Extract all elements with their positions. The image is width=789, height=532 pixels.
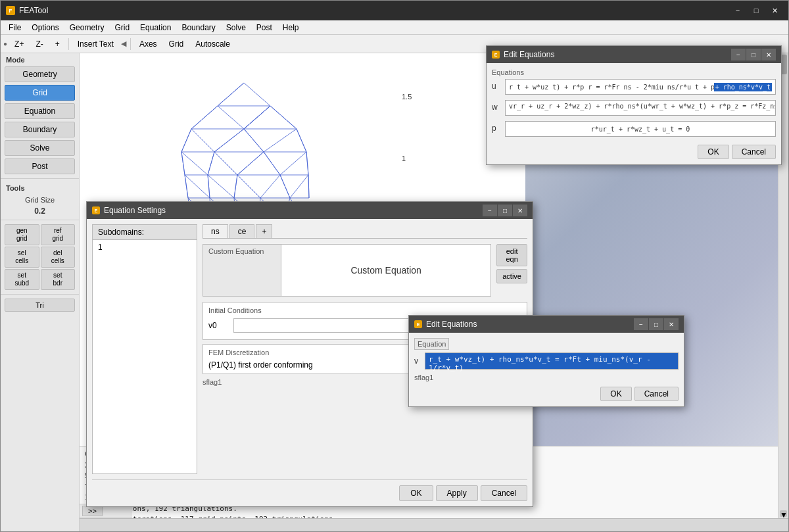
edit-eqn-2-title: Edit Equations: [426, 320, 477, 329]
eq-field-w[interactable]: vr_r + uz_r + 2*wz_z) + r*rho_ns*(u*wr_t…: [505, 100, 776, 116]
grid-button[interactable]: Grid: [164, 37, 189, 51]
sel-cells-button[interactable]: selcells: [5, 247, 39, 268]
eq-settings-maximize[interactable]: □: [498, 205, 512, 216]
edit-eqn-1-title-left: E Edit Equations: [492, 50, 554, 59]
svg-line-15: [264, 129, 297, 152]
eq-tabs: ns ce +: [203, 224, 527, 239]
insert-text-button[interactable]: Insert Text: [73, 37, 118, 51]
edit-eqn-button[interactable]: editeqn: [496, 244, 527, 266]
eq-w-text: vr_r + uz_r + 2*wz_z) + r*rho_ns*(u*wr_t…: [509, 103, 776, 110]
svg-line-65: [181, 129, 191, 152]
ic-label: Initial Conditions: [208, 306, 521, 314]
close-button[interactable]: ✕: [766, 3, 783, 18]
eq-settings-ok[interactable]: OK: [399, 485, 433, 501]
grid-size-value: 0.2: [1, 205, 79, 217]
sidebar-item-equation[interactable]: Equation: [5, 103, 75, 119]
edit-eqn-1-minimize[interactable]: −: [731, 49, 746, 60]
y-axis-1.0: 1: [402, 155, 412, 162]
edit-equations-dialog-1: E Edit Equations − □ ✕ Equations u r_t +…: [486, 45, 782, 165]
edit-eqn-2-maximize[interactable]: □: [649, 318, 663, 330]
sidebar-item-solve[interactable]: Solve: [5, 140, 75, 156]
toolbar-indicator: ●: [3, 40, 7, 47]
del-cells-button[interactable]: delcells: [41, 247, 76, 268]
eq-field-u[interactable]: r_t + w*uz_t) + r*p_r = r*Fr_ns - 2*miu_…: [505, 79, 776, 95]
eq-buttons-2: OK Cancel: [414, 387, 679, 401]
tri-button[interactable]: Tri: [5, 299, 75, 312]
edit-eqn-1-cancel[interactable]: Cancel: [732, 145, 776, 159]
zoom-in-button[interactable]: Z+: [10, 37, 28, 51]
maximize-button[interactable]: □: [748, 3, 765, 18]
autoscale-button[interactable]: Autoscale: [191, 37, 235, 51]
set-bdr-button[interactable]: setbdr: [41, 269, 76, 290]
menu-geometry[interactable]: Geometry: [64, 22, 110, 34]
eq-settings-close[interactable]: ✕: [513, 205, 527, 216]
svg-line-75: [185, 175, 188, 198]
edit-eqn-1-title-bar: E Edit Equations − □ ✕: [487, 46, 781, 63]
menu-file[interactable]: File: [3, 22, 26, 34]
svg-line-10: [191, 129, 214, 152]
svg-line-63: [244, 106, 270, 129]
minimize-button[interactable]: −: [729, 3, 746, 18]
menu-help[interactable]: Help: [277, 22, 304, 34]
log-prompt-button[interactable]: >>: [82, 506, 103, 516]
mode-label: Mode: [1, 53, 79, 65]
svg-line-4: [218, 106, 244, 129]
sidebar: Mode Geometry Grid Equation Boundary Sol…: [1, 53, 80, 531]
edit-equations-dialog-2: E Edit Equations − □ ✕ Equation v r_t + …: [408, 315, 684, 407]
zoom-out-button[interactable]: Z-: [31, 37, 47, 51]
eq-settings-title-bar: E Equation Settings − □ ✕: [87, 202, 533, 219]
menu-boundary[interactable]: Boundary: [176, 22, 220, 34]
eq-tab-add[interactable]: +: [256, 224, 272, 238]
eq-var-u: u: [492, 79, 505, 91]
active-button[interactable]: active: [496, 269, 527, 283]
edit-eqn-1-maximize[interactable]: □: [746, 49, 761, 60]
menu-options[interactable]: Options: [26, 22, 64, 34]
eq-tab-ns[interactable]: ns: [203, 224, 228, 238]
title-bar: F FEATool − □ ✕: [1, 1, 788, 20]
eq-settings-minimize[interactable]: −: [483, 205, 497, 216]
svg-line-64: [270, 106, 297, 129]
gen-grid-button[interactable]: gengrid: [5, 224, 39, 245]
y-axis-1.5: 1.5: [402, 93, 412, 101]
zoom-fit-button[interactable]: +: [51, 37, 64, 51]
sidebar-divider-1: [1, 178, 79, 179]
edit-eqn-2-minimize[interactable]: −: [634, 318, 648, 330]
sidebar-divider-3: [1, 294, 79, 295]
eq-tab-ce[interactable]: ce: [229, 224, 255, 238]
svg-line-68: [297, 129, 306, 152]
axes-button[interactable]: Axes: [135, 37, 162, 51]
main-window: F FEATool − □ ✕ File Options Geometry Gr…: [0, 0, 789, 532]
eq-settings-apply[interactable]: Apply: [436, 485, 478, 501]
menu-solve[interactable]: Solve: [221, 22, 251, 34]
ref-grid-button[interactable]: refgrid: [41, 224, 76, 245]
edit-eqn-1-icon: E: [492, 51, 500, 59]
svg-line-60: [218, 83, 244, 106]
sidebar-item-post[interactable]: Post: [5, 158, 75, 174]
eq-var-p: p: [492, 121, 505, 133]
sidebar-item-boundary[interactable]: Boundary: [5, 122, 75, 137]
title-bar-controls: − □ ✕: [729, 3, 783, 18]
edit-eqn-2-close[interactable]: ✕: [664, 318, 679, 330]
eq2-field-v[interactable]: r_t + w*vz_t) + rho_ns*u*v_t = r*Ft + mi…: [425, 352, 679, 370]
edit-eqn-2-section: Equation: [414, 338, 449, 350]
menu-grid[interactable]: Grid: [109, 22, 135, 34]
edit-eqn-1-ok[interactable]: OK: [698, 145, 729, 159]
sidebar-item-geometry[interactable]: Geometry: [5, 66, 75, 82]
sidebar-item-grid[interactable]: Grid: [5, 85, 75, 101]
eq-settings-cancel[interactable]: Cancel: [481, 485, 527, 501]
menu-equation[interactable]: Equation: [135, 22, 176, 34]
set-subd-button[interactable]: setsubd: [5, 269, 39, 290]
scrollbar-arrow-down[interactable]: ▼: [780, 510, 787, 517]
menu-post[interactable]: Post: [251, 22, 277, 34]
edit-eqn-1-close[interactable]: ✕: [761, 49, 776, 60]
eq-field-p[interactable]: r*ur_t + r*wz_t + u_t = 0: [505, 121, 776, 137]
svg-line-67: [244, 129, 264, 152]
eq-var-w: w: [492, 100, 505, 112]
svg-line-70: [208, 152, 214, 175]
sflag-label: sflag1: [203, 378, 222, 386]
edit-eqn-2-cancel[interactable]: Cancel: [634, 387, 679, 401]
edit-eqn-2-ok[interactable]: OK: [600, 387, 631, 401]
svg-line-62: [191, 106, 218, 129]
edit-eqn-1-section: Equations: [492, 68, 776, 76]
subdomain-1[interactable]: 1: [93, 240, 197, 254]
